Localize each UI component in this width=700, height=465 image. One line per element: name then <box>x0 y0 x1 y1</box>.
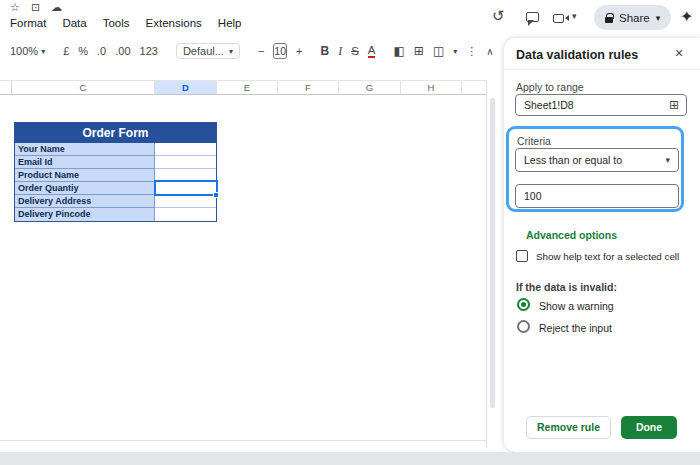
currency-format-button[interactable]: £ <box>63 45 69 57</box>
comment-icon[interactable] <box>526 12 539 22</box>
row-value-cell[interactable] <box>155 195 216 208</box>
merge-cells-button[interactable]: ◫ <box>433 44 444 58</box>
advanced-options-link[interactable]: Advanced options <box>526 229 617 241</box>
vertical-scrollbar[interactable] <box>486 80 497 448</box>
column-header-e[interactable]: E <box>217 81 278 94</box>
order-form-table: Order Form Your Name Email Id Product Na… <box>14 122 217 222</box>
bold-button[interactable]: B <box>320 44 329 58</box>
toolbar: 100% ▾ £ % .0 .00 123 Defaul... ▾ − 10 +… <box>0 38 497 64</box>
fill-handle[interactable] <box>213 192 219 198</box>
move-icon[interactable]: ⊡ <box>31 1 40 14</box>
menu-bar: Format Data Tools Extensions Help <box>10 17 242 29</box>
panel-divider <box>504 69 700 70</box>
row-value-cell[interactable] <box>155 143 216 156</box>
menu-item-format[interactable]: Format <box>10 17 46 29</box>
range-value: Sheet1!D8 <box>524 99 574 111</box>
row-label-cell[interactable]: Order Quantiy <box>15 182 155 195</box>
column-header-c[interactable]: C <box>12 81 155 94</box>
table-row: Delivery Address <box>15 195 216 208</box>
column-header-h[interactable]: H <box>401 81 462 94</box>
menu-item-data[interactable]: Data <box>62 17 86 29</box>
increase-font-size-button[interactable]: + <box>296 45 302 57</box>
row-label-cell[interactable]: Product Name <box>15 169 155 182</box>
menu-item-extensions[interactable]: Extensions <box>146 17 202 29</box>
column-header-d[interactable]: D <box>155 81 217 94</box>
radio-show-warning[interactable] <box>517 298 530 311</box>
row-label-cell[interactable]: Email Id <box>15 156 155 169</box>
font-name: Defaul... <box>183 45 224 57</box>
horizontal-scrollbar[interactable] <box>0 440 486 448</box>
zoom-value: 100% <box>10 45 38 57</box>
invalid-data-label: If the data is invalid: <box>516 281 617 293</box>
text-color-button[interactable]: A <box>368 45 376 58</box>
italic-button[interactable]: I <box>338 44 342 59</box>
decrease-font-size-button[interactable]: − <box>258 45 264 57</box>
data-validation-panel: Data validation rules × Apply to range S… <box>504 38 700 452</box>
panel-title: Data validation rules <box>516 48 638 62</box>
bottom-strip <box>0 452 700 465</box>
help-text-checkbox[interactable] <box>516 250 528 262</box>
table-row: Delivery Pincode <box>15 208 216 221</box>
decrease-decimal-button[interactable]: .0 <box>97 45 106 57</box>
increase-decimal-button[interactable]: .00 <box>115 45 130 57</box>
column-header-row: C D E F G H <box>0 80 497 95</box>
row-label-cell[interactable]: Delivery Address <box>15 195 155 208</box>
share-dropdown-icon[interactable]: ▾ <box>656 13 661 23</box>
font-select[interactable]: Defaul... ▾ <box>176 43 240 59</box>
cloud-status-icon[interactable]: ☁ <box>51 1 62 14</box>
share-button[interactable]: Share ▾ <box>594 5 671 30</box>
borders-button[interactable]: ⊞ <box>414 44 424 58</box>
lock-icon <box>605 17 613 23</box>
radio-reject-input-label: Reject the input <box>539 322 612 334</box>
more-options-icon[interactable]: ⋮ <box>466 45 477 58</box>
row-label-cell[interactable]: Your Name <box>15 143 155 156</box>
selected-cell[interactable] <box>154 180 218 196</box>
help-text-label: Show help text for a selected cell <box>536 251 679 262</box>
row-label-cell[interactable]: Delivery Pincode <box>15 208 155 221</box>
chevron-down-icon: ▾ <box>229 47 233 56</box>
collapse-toolbar-icon[interactable]: ∧ <box>486 46 493 57</box>
criteria-condition-dropdown[interactable]: Less than or equal to ▾ <box>515 148 679 172</box>
fill-color-button[interactable]: ◧ <box>393 44 404 58</box>
gemini-sparkle-icon[interactable]: ✦ <box>680 7 693 26</box>
row-value-cell[interactable] <box>155 156 216 169</box>
table-row: Email Id <box>15 156 216 169</box>
criteria-condition-value: Less than or equal to <box>524 154 622 166</box>
top-bar: ☆ ⊡ ☁ Format Data Tools Extensions Help … <box>0 0 700 38</box>
merge-dropdown-icon[interactable]: ▾ <box>453 47 457 56</box>
quick-actions: ☆ ⊡ ☁ <box>10 1 62 14</box>
menu-item-help[interactable]: Help <box>218 17 242 29</box>
zoom-select[interactable]: 100% ▾ <box>10 45 45 57</box>
remove-rule-button[interactable]: Remove rule <box>526 416 611 439</box>
table-row: Your Name <box>15 143 216 156</box>
criteria-value: 100 <box>524 190 542 202</box>
row-value-cell[interactable] <box>155 208 216 221</box>
done-button[interactable]: Done <box>621 416 677 439</box>
table-title[interactable]: Order Form <box>15 123 216 143</box>
column-header-g[interactable]: G <box>339 81 401 94</box>
camera-present-icon[interactable] <box>553 14 564 23</box>
share-label: Share <box>619 12 650 24</box>
apply-to-range-label: Apply to range <box>516 81 584 93</box>
star-icon[interactable]: ☆ <box>10 1 20 14</box>
corner-box[interactable] <box>0 81 12 94</box>
chevron-down-icon: ▾ <box>41 47 45 56</box>
font-size-input[interactable]: 10 <box>273 43 287 59</box>
version-history-icon[interactable]: ↺ <box>492 7 505 25</box>
percent-format-button[interactable]: % <box>78 45 88 57</box>
close-icon[interactable]: × <box>675 45 683 61</box>
google-sheets-app: ☆ ⊡ ☁ Format Data Tools Extensions Help … <box>0 0 700 465</box>
criteria-value-input[interactable]: 100 <box>515 184 679 208</box>
range-input[interactable]: Sheet1!D8 ⊞ <box>515 94 687 116</box>
camera-dropdown-icon[interactable]: ▾ <box>572 11 577 21</box>
vertical-scrollbar-thumb[interactable] <box>490 98 495 408</box>
select-range-grid-icon[interactable]: ⊞ <box>669 98 679 112</box>
chevron-down-icon: ▾ <box>665 155 670 165</box>
radio-reject-input[interactable] <box>517 320 530 333</box>
number-format-button[interactable]: 123 <box>140 45 158 57</box>
radio-show-warning-label: Show a warning <box>539 300 614 312</box>
column-header-f[interactable]: F <box>278 81 339 94</box>
menu-item-tools[interactable]: Tools <box>103 17 130 29</box>
criteria-label: Criteria <box>517 135 551 147</box>
strikethrough-button[interactable]: S <box>351 45 359 57</box>
